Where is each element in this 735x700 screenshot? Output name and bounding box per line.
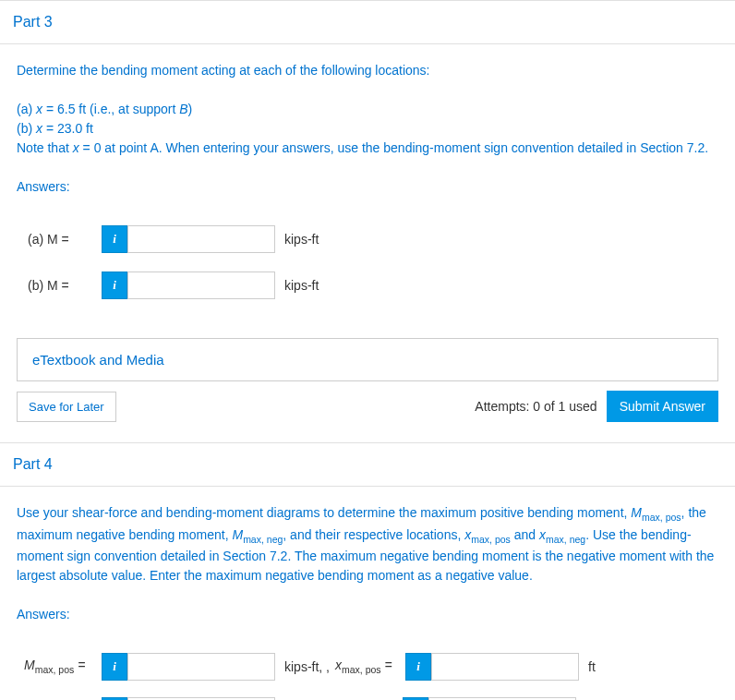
info-icon[interactable]: i [102, 272, 127, 299]
input-x-max-pos[interactable] [431, 653, 579, 681]
attempts-text: Attempts: 0 of 1 used [475, 399, 596, 414]
part-4-body: Use your shear-force and bending-moment … [0, 487, 735, 700]
part3-line-b: (b) x = 23.0 ft [17, 119, 718, 139]
unit-m-pos: kips-ft, , [275, 658, 330, 677]
input-m-max-pos[interactable] [127, 653, 275, 681]
part-3-title: Part 3 [0, 1, 735, 44]
part-4-title: Part 4 [0, 443, 735, 487]
right-cluster: Attempts: 0 of 1 used Submit Answer [475, 391, 718, 422]
part3-note: Note that x = 0 at point A. When enterin… [17, 139, 718, 158]
part-3-body: Determine the bending moment acting at e… [0, 44, 735, 327]
m-max-pos-label: Mmax, pos = [24, 656, 102, 678]
unit-b: kips-ft [275, 276, 327, 296]
part3-row-b: (b) M = i kips-ft [17, 272, 718, 299]
unit-a: kips-ft [275, 230, 327, 249]
part-4-section: Part 4 Use your shear-force and bending-… [0, 442, 735, 700]
part4-paragraph: Use your shear-force and bending-moment … [17, 503, 718, 585]
unit-x-pos: ft [579, 658, 631, 677]
part3-answers-label: Answers: [17, 177, 718, 197]
part-3-section: Part 3 Determine the bending moment acti… [0, 0, 735, 422]
row-b-label: (b) M = [28, 276, 102, 296]
info-icon[interactable]: i [102, 225, 127, 253]
submit-answer-button[interactable]: Submit Answer [607, 391, 718, 422]
part3-line-a: (a) x = 6.5 ft (i.e., at support B) [17, 100, 718, 119]
save-for-later-button[interactable]: Save for Later [17, 392, 116, 422]
part3-footer: Save for Later Attempts: 0 of 1 used Sub… [17, 391, 718, 422]
part3-row-a: (a) M = i kips-ft [17, 225, 718, 253]
part4-row-pos: Mmax, pos = i kips-ft, , xmax, pos = i f… [17, 653, 718, 681]
input-m-b[interactable] [127, 272, 275, 299]
input-m-a[interactable] [127, 225, 275, 253]
part3-intro: Determine the bending moment acting at e… [17, 61, 718, 80]
etextbook-media-button[interactable]: eTextbook and Media [17, 338, 718, 381]
info-icon[interactable]: i [102, 653, 127, 681]
info-icon[interactable]: i [405, 653, 431, 681]
x-max-pos-label: xmax, pos = [335, 656, 405, 678]
part4-answers-label: Answers: [17, 605, 718, 624]
row-a-label: (a) M = [28, 230, 102, 249]
